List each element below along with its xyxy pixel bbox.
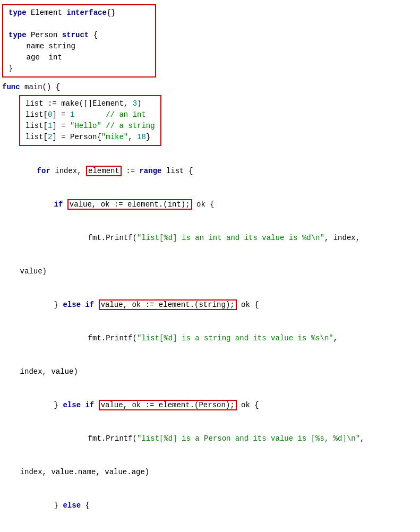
func-main-line: func main() { (2, 82, 418, 93)
index-value-name-age-continuation: index, value.name, value.age) (2, 456, 418, 489)
type-element-line: type Element interface{} (8, 7, 150, 19)
person-age-field: age int (8, 52, 150, 63)
list1-line: list[1] = "Hello" // a string (25, 121, 155, 132)
if-int-line: if value, ok := element.(int); ok { (36, 188, 418, 221)
blank-line1 (8, 19, 150, 30)
type-definitions-box: type Element interface{} type Person str… (2, 4, 156, 78)
type-person-line: type Person struct { (8, 30, 150, 41)
printf-int-line: fmt.Printf("list[%d] is an int and its v… (70, 221, 418, 255)
list2-line: list[2] = Person{"mike", 18} (25, 132, 155, 143)
printf-diff-type-line: fmt.Printf("list[%d] is of a different t… (70, 522, 418, 532)
code-container: type Element interface{} type Person str… (2, 4, 418, 532)
else-line: } else { (36, 489, 418, 522)
elseif-string-line: } else if value, ok := element.(string);… (36, 288, 418, 322)
list-make-line: list := make([]Element, 3) (25, 98, 155, 109)
for-line: for index, element := range list { (19, 155, 418, 188)
printf-person-line: fmt.Printf("list[%d] is a Person and its… (70, 422, 418, 456)
list0-line: list[0] = 1 // an int (25, 109, 155, 121)
list-init-box: list := make([]Element, 3) list[0] = 1 /… (19, 95, 161, 146)
person-name-field: name string (8, 41, 150, 52)
elseif-person-line: } else if value, ok := element.(Person);… (36, 389, 418, 422)
element-inline-box: element (86, 166, 122, 176)
if-int-box: value, ok := element.(int); (67, 199, 192, 210)
struct-close: } (8, 63, 150, 74)
index-value-continuation: index, value) (2, 355, 418, 389)
value-continuation: value) (2, 255, 418, 288)
elseif-string-box: value, ok := element.(string); (99, 299, 237, 310)
printf-string-line: fmt.Printf("list[%d] is a string and its… (70, 322, 418, 355)
elseif-person-box: value, ok := element.(Person); (99, 400, 237, 410)
